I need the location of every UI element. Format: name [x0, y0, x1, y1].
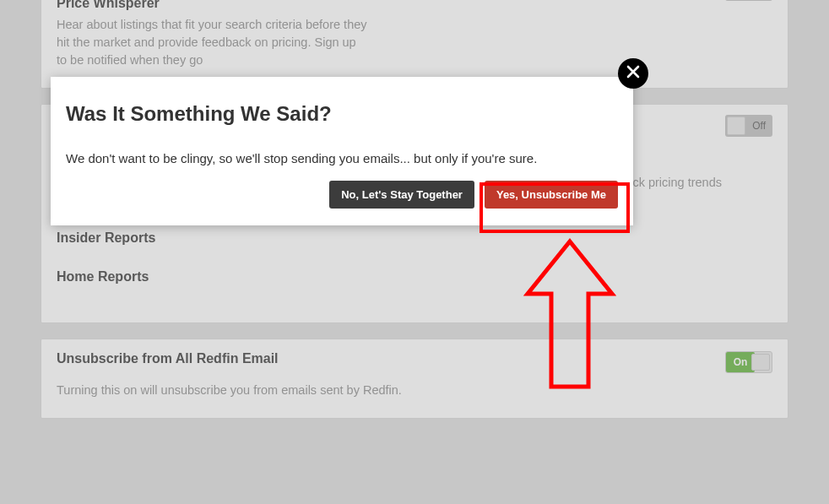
modal-no-button[interactable]: No, Let's Stay Together [329, 181, 474, 209]
modal-actions: No, Let's Stay Together Yes, Unsubscribe… [66, 181, 618, 209]
modal-title: Was It Something We Said? [66, 102, 618, 126]
modal-close-button[interactable] [618, 58, 648, 89]
modal-overlay[interactable] [0, 0, 829, 504]
modal-yes-button[interactable]: Yes, Unsubscribe Me [485, 181, 618, 209]
modal-body: We don't want to be clingy, so we'll sto… [66, 151, 618, 165]
close-icon [626, 64, 641, 83]
unsubscribe-confirm-modal: Was It Something We Said? We don't want … [51, 77, 633, 225]
